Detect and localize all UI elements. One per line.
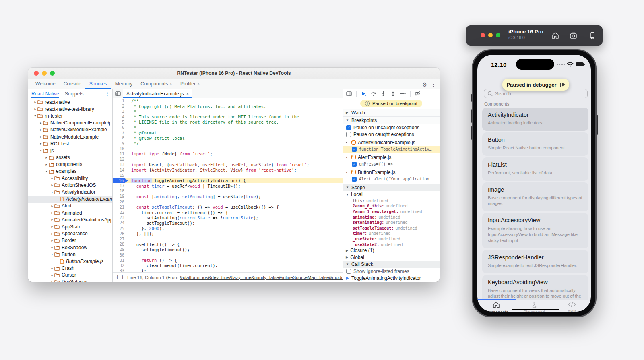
section-call-stack[interactable]: ▼Call Stack bbox=[343, 261, 440, 268]
chevron-down-icon[interactable]: ▾ bbox=[346, 155, 349, 159]
resume-script-icon[interactable] bbox=[361, 91, 366, 96]
breakpoint-entry[interactable]: ✓function ToggleAnimatingActiv… bbox=[343, 146, 440, 153]
tree-item-cursor[interactable]: ▸Cursor bbox=[28, 272, 112, 279]
call-stack-frame[interactable]: ToggleAnimatingActivityIndicator bbox=[343, 275, 440, 282]
tab-welcome[interactable]: Welcome bbox=[31, 79, 60, 89]
pause-resume-icon[interactable] bbox=[560, 83, 565, 87]
chevron-right-icon[interactable]: ▸ bbox=[44, 163, 49, 166]
line-number[interactable]: 19 bbox=[113, 194, 128, 199]
line-number[interactable]: 33 bbox=[113, 269, 128, 272]
component-card-jsresponderhandler[interactable]: JSResponderHandlerSimple example to test… bbox=[482, 250, 588, 273]
line-number[interactable]: 32 bbox=[113, 263, 128, 268]
tree-item-nativemoduleexample[interactable]: ▸NativeModuleExample bbox=[28, 133, 112, 140]
chevron-right-icon[interactable]: ▸ bbox=[50, 176, 54, 180]
section-scope[interactable]: ▼Scope bbox=[343, 184, 440, 191]
tab-components[interactable]: Components✳ bbox=[136, 79, 176, 89]
checkbox-icon[interactable]: ✓ bbox=[346, 125, 351, 130]
scope-variable[interactable]: _useState2:undefined bbox=[343, 242, 440, 247]
scope-variable[interactable]: timer:undefined bbox=[343, 231, 440, 236]
component-card-button[interactable]: ButtonSimple React Native button compone… bbox=[482, 132, 588, 156]
scope-variable[interactable]: animating:undefined bbox=[343, 214, 440, 220]
line-number[interactable]: 3 bbox=[113, 109, 128, 114]
line-number[interactable]: 14 bbox=[113, 168, 128, 172]
checkbox-icon[interactable]: ✓ bbox=[352, 147, 357, 152]
tree-item-buttonexample-js[interactable]: ButtonExample.js bbox=[28, 258, 112, 265]
breakpoint-file-group[interactable]: ▾AlertExample.js bbox=[343, 154, 440, 161]
line-number[interactable]: 27 bbox=[113, 237, 128, 241]
line-number[interactable]: 6 bbox=[113, 125, 128, 130]
checkbox-icon[interactable] bbox=[346, 132, 351, 137]
zoom-button[interactable] bbox=[50, 71, 55, 76]
step-icon[interactable] bbox=[400, 91, 406, 96]
section-watch[interactable]: ▶Watch bbox=[343, 109, 440, 116]
tree-item-nativecomponentexample-j[interactable]: ▸NativeComponentExample/j bbox=[28, 120, 112, 126]
line-number[interactable]: 11 bbox=[113, 152, 128, 156]
chevron-right-icon[interactable]: ▸ bbox=[39, 135, 43, 139]
chevron-right-icon[interactable]: ▸ bbox=[50, 225, 54, 228]
tree-item-button[interactable]: ▾Button bbox=[28, 251, 112, 258]
code-editor[interactable]: 1/**2 * Copyright (c) Meta Platforms, In… bbox=[113, 98, 343, 272]
scope-variable[interactable]: ?anon_0_this:undefined bbox=[343, 203, 440, 209]
tree-item-examples[interactable]: ▾examples bbox=[28, 168, 112, 175]
component-card-flatlist[interactable]: FlatListPerformant, scrollable list of d… bbox=[482, 157, 588, 181]
line-number[interactable]: 24 bbox=[113, 221, 128, 225]
settings-gear-icon[interactable]: ⚙ bbox=[422, 81, 427, 88]
chevron-down-icon[interactable]: ▾ bbox=[33, 114, 37, 118]
chevron-right-icon[interactable]: ▸ bbox=[39, 121, 43, 125]
chevron-right-icon[interactable]: ▸ bbox=[50, 204, 54, 208]
chevron-right-icon[interactable]: ▸ bbox=[50, 211, 54, 215]
chevron-right-icon[interactable]: ▸ bbox=[50, 183, 54, 187]
checkbox-icon[interactable]: ✓ bbox=[352, 177, 357, 182]
step-into-icon[interactable] bbox=[381, 91, 386, 96]
breakpoint-file-group[interactable]: ▾ButtonExample.js bbox=[343, 169, 440, 176]
line-number[interactable]: 7 bbox=[113, 130, 128, 135]
breakpoint-option[interactable]: Pause on caught exceptions bbox=[343, 131, 440, 138]
line-number[interactable]: 29 bbox=[113, 247, 128, 252]
navigator-more-icon[interactable]: ⋮ bbox=[105, 91, 110, 97]
line-number[interactable]: 30 bbox=[113, 253, 128, 257]
minimize-button[interactable] bbox=[42, 71, 47, 76]
close-button[interactable] bbox=[34, 71, 39, 76]
chevron-right-icon[interactable]: ▸ bbox=[39, 128, 43, 132]
breakpoint-option[interactable]: ✓Pause on uncaught exceptions bbox=[343, 124, 440, 131]
tree-item-rn-tester[interactable]: ▾rn-tester bbox=[28, 112, 112, 119]
scope-global[interactable]: ▶Global bbox=[343, 254, 440, 261]
line-number[interactable]: 21 bbox=[113, 205, 128, 209]
scope-variable[interactable]: setAnimating:undefined bbox=[343, 220, 440, 226]
chevron-down-icon[interactable]: ▾ bbox=[50, 252, 54, 256]
zoom-button[interactable] bbox=[496, 33, 500, 37]
tree-item-appearance[interactable]: ▸Appearance bbox=[28, 230, 112, 237]
file-tab-activityindicatorexample[interactable]: ActivityIndicatorExample.js × bbox=[123, 89, 192, 98]
section-breakpoints[interactable]: ▼Breakpoints bbox=[343, 116, 440, 124]
tree-item-activityindicator[interactable]: ▾ActivityIndicator bbox=[28, 188, 112, 195]
line-number[interactable]: 5 bbox=[113, 120, 128, 124]
step-out-icon[interactable] bbox=[390, 91, 396, 96]
tab-memory[interactable]: Memory bbox=[111, 79, 136, 89]
phone-tab-components[interactable]: Components bbox=[477, 300, 515, 312]
line-number[interactable]: 17 bbox=[113, 184, 128, 188]
home-icon[interactable] bbox=[551, 32, 559, 39]
chevron-down-icon[interactable]: ▾ bbox=[346, 141, 349, 144]
line-number[interactable]: 12 bbox=[113, 157, 128, 161]
checkbox-icon[interactable]: ✓ bbox=[352, 162, 357, 167]
line-number[interactable]: 4 bbox=[113, 115, 128, 119]
pretty-print-icon[interactable]: { } bbox=[116, 275, 124, 280]
chevron-right-icon[interactable]: ▸ bbox=[33, 107, 37, 111]
chevron-down-icon[interactable]: ▾ bbox=[50, 190, 54, 194]
tree-item-alert[interactable]: ▸Alert bbox=[28, 203, 112, 209]
chevron-right-icon[interactable]: ▸ bbox=[50, 267, 54, 270]
source-url-link[interactable]: &platform=ios&dev=true&lazy=true&minify=… bbox=[180, 275, 343, 280]
deactivate-breakpoints-icon[interactable] bbox=[415, 91, 421, 96]
line-number[interactable]: 15 bbox=[113, 173, 128, 178]
close-tab-icon[interactable]: × bbox=[186, 91, 189, 96]
chevron-down-icon[interactable]: ▾ bbox=[346, 170, 349, 174]
tree-item-border[interactable]: ▸Border bbox=[28, 237, 112, 244]
line-number[interactable]: 2 bbox=[113, 104, 128, 108]
component-card-inputaccessoryview[interactable]: InputAccessoryViewExample showing how to… bbox=[482, 213, 588, 248]
tab-react-native[interactable]: React Native bbox=[31, 89, 59, 98]
step-over-icon[interactable] bbox=[371, 91, 376, 96]
tree-item-animated[interactable]: ▸Animated bbox=[28, 209, 112, 216]
chevron-right-icon[interactable]: ▸ bbox=[44, 156, 49, 159]
scope-local[interactable]: ▼Local bbox=[343, 191, 440, 198]
paused-in-debugger-banner[interactable]: Paused in debugger bbox=[502, 79, 569, 91]
